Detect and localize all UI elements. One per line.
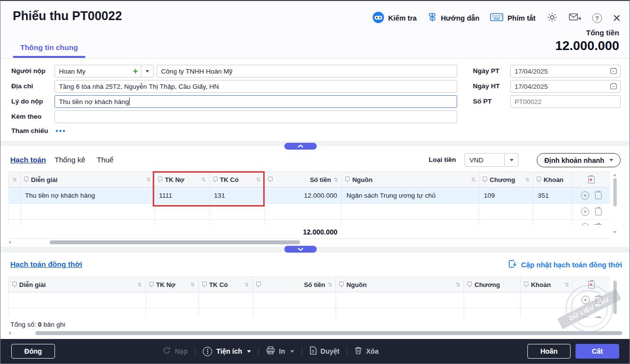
- vertical-scrollbar[interactable]: [613, 279, 617, 318]
- delete-row-icon[interactable]: [596, 298, 602, 304]
- col-nguon[interactable]: Nguồn⇅: [336, 277, 464, 292]
- add-payer-icon[interactable]: +: [130, 66, 141, 77]
- scroll-left-arrow[interactable]: [8, 240, 11, 244]
- col-tk-no[interactable]: TK Nợ⇅: [146, 277, 199, 292]
- col-chuong[interactable]: Chương: [464, 277, 520, 292]
- delete-all-rows-button[interactable]: ×: [573, 172, 610, 187]
- receipt-date-field[interactable]: [510, 65, 621, 78]
- scroll-thumb[interactable]: [613, 281, 617, 314]
- close-button[interactable]: Đóng: [11, 344, 55, 359]
- sort-icon[interactable]: ⇅: [333, 177, 338, 183]
- currency-dropdown-button[interactable]: [504, 154, 518, 166]
- add-row-icon[interactable]: +: [581, 191, 589, 200]
- delete-button[interactable]: Xóa: [355, 346, 379, 356]
- col-nguon[interactable]: Nguồn⇅: [342, 172, 479, 187]
- quick-entry-button[interactable]: Định khoản nhanh: [537, 153, 621, 167]
- pin-icon[interactable]: [268, 177, 273, 181]
- pin-icon[interactable]: [256, 282, 261, 286]
- pin-icon[interactable]: [524, 282, 528, 286]
- print-button[interactable]: In: [266, 346, 294, 356]
- pin-icon[interactable]: [149, 282, 154, 286]
- help-button[interactable]: ?: [592, 13, 602, 23]
- payer-value[interactable]: Hoan My: [55, 68, 130, 75]
- scroll-thumb[interactable]: [613, 178, 617, 207]
- calendar-icon[interactable]: [610, 67, 617, 77]
- table-row-empty[interactable]: +: [8, 204, 610, 220]
- add-row-icon[interactable]: +: [581, 316, 590, 318]
- check-button[interactable]: Kiểm tra: [372, 11, 417, 26]
- col-tk-co[interactable]: TK Có⇅: [210, 172, 265, 187]
- payer-name-field[interactable]: [157, 65, 457, 78]
- approve-button[interactable]: Duyệt: [309, 346, 340, 356]
- attachment-field[interactable]: [55, 110, 457, 123]
- guide-button[interactable]: Hướng dẫn: [428, 12, 480, 25]
- sort-icon[interactable]: ⇅: [137, 282, 142, 288]
- delete-row-icon[interactable]: [595, 193, 602, 199]
- col-so-tien[interactable]: Số tiền⇅: [253, 277, 336, 292]
- pin-icon[interactable]: [202, 282, 207, 286]
- col-tk-co[interactable]: TK Có⇅: [199, 277, 253, 292]
- send-mail-button[interactable]: [569, 12, 581, 25]
- table-row[interactable]: Thu tiền nợ khách hàng 1111 131 12.000.0…: [8, 187, 610, 204]
- calendar-icon[interactable]: [610, 82, 617, 92]
- simultaneous-section-title[interactable]: Hạch toán đồng thời: [10, 260, 82, 268]
- vertical-scrollbar[interactable]: [613, 174, 617, 234]
- posting-date-field[interactable]: [510, 80, 621, 93]
- horizontal-scrollbar[interactable]: [8, 331, 622, 336]
- sort-icon[interactable]: ⇅: [201, 177, 205, 183]
- sort-icon[interactable]: ⇅: [471, 177, 475, 183]
- sort-icon[interactable]: ⇅: [146, 177, 151, 183]
- sort-icon[interactable]: ⇅: [256, 177, 260, 183]
- col-khoan[interactable]: Khoản⇅: [520, 277, 573, 292]
- reason-field[interactable]: Thu tiền nợ khách hàng: [55, 95, 457, 108]
- pin-icon[interactable]: [339, 282, 344, 286]
- collapse-form-button[interactable]: [284, 143, 317, 150]
- pin-icon[interactable]: [345, 177, 350, 181]
- tab-thong-ke[interactable]: Thống kê: [55, 156, 85, 164]
- tab-hach-toan[interactable]: Hạch toán: [10, 156, 46, 164]
- settings-button[interactable]: [547, 12, 558, 25]
- sort-icon[interactable]: ⇅: [328, 282, 332, 288]
- horizontal-scrollbar[interactable]: [8, 240, 617, 245]
- add-row-icon[interactable]: +: [581, 208, 589, 216]
- currency-select[interactable]: VND: [465, 153, 519, 167]
- payer-combo[interactable]: Hoan My +: [55, 65, 154, 78]
- scroll-down-arrow[interactable]: [613, 231, 617, 234]
- close-window-button[interactable]: ×: [613, 13, 621, 24]
- cell-so-tien[interactable]: 12.000.000: [265, 187, 342, 203]
- payer-dropdown-button[interactable]: [141, 70, 153, 73]
- cell-tk-no[interactable]: 1111: [155, 187, 210, 203]
- update-simultaneous-link[interactable]: Cập nhật hạch toán đồng thời: [508, 260, 622, 270]
- col-dien-giai[interactable]: Diễn giải⇅: [21, 172, 155, 187]
- reload-button[interactable]: Nạp: [163, 346, 188, 356]
- cell-dien-giai[interactable]: Thu tiền nợ khách hàng: [21, 187, 155, 203]
- tab-thue[interactable]: Thuế: [97, 156, 113, 164]
- delete-row-icon[interactable]: [595, 209, 602, 215]
- cell-chuong[interactable]: 109: [479, 187, 533, 203]
- save-button[interactable]: Cất: [575, 344, 619, 359]
- sort-icon[interactable]: ⇅: [525, 177, 529, 183]
- add-row-icon[interactable]: +: [581, 223, 589, 226]
- collapse-table-button[interactable]: [284, 246, 317, 253]
- sort-icon[interactable]: ⇅: [244, 282, 248, 288]
- col-so-tien[interactable]: Số tiền⇅: [265, 172, 342, 187]
- col-tk-no[interactable]: TK Nợ⇅: [155, 172, 210, 187]
- pin-icon[interactable]: [483, 177, 487, 181]
- pin-icon[interactable]: [213, 177, 218, 181]
- sort-icon[interactable]: ⇅: [456, 282, 460, 288]
- scroll-up-arrow[interactable]: [613, 174, 617, 176]
- scroll-left-arrow[interactable]: [8, 331, 11, 335]
- delete-all-rows-button[interactable]: ×: [573, 277, 610, 292]
- table-row-clipped[interactable]: +: [8, 308, 610, 318]
- pin-icon[interactable]: [158, 177, 163, 181]
- col-dien-giai[interactable]: Diễn giải⇅: [9, 277, 146, 292]
- table-row-empty[interactable]: +: [8, 292, 610, 308]
- utilities-button[interactable]: ⋮ Tiện ích: [203, 347, 251, 356]
- reference-more-icon[interactable]: •••: [55, 127, 66, 135]
- table-row-clipped[interactable]: +: [8, 220, 610, 226]
- cell-khoan[interactable]: 351: [533, 187, 573, 203]
- address-field[interactable]: [55, 80, 457, 93]
- cell-tk-co[interactable]: 131: [210, 187, 265, 203]
- pin-icon[interactable]: [24, 177, 28, 181]
- shortcut-button[interactable]: Phím tắt: [490, 13, 535, 24]
